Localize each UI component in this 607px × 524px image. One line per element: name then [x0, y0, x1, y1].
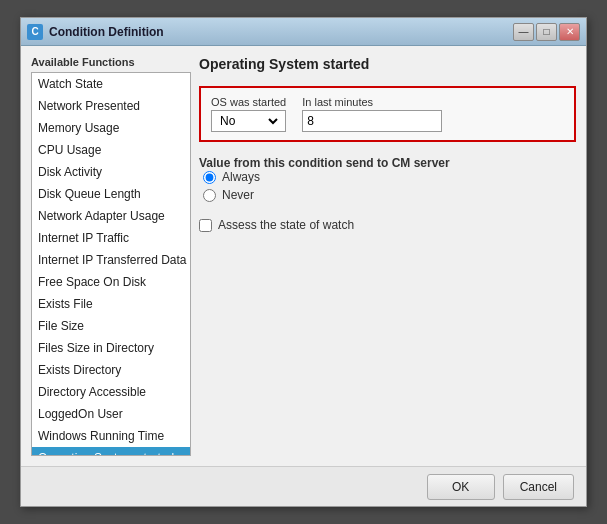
list-item-disk-queue-length[interactable]: Disk Queue Length [32, 183, 190, 205]
value-section: Value from this condition send to CM ser… [199, 152, 576, 202]
available-functions-label: Available Functions [31, 56, 191, 68]
list-item-files-size-in-directory[interactable]: Files Size in Directory [32, 337, 190, 359]
maximize-button[interactable]: □ [536, 23, 557, 41]
in-last-minutes-input[interactable] [302, 110, 442, 132]
title-bar-buttons: — □ ✕ [513, 23, 580, 41]
list-item-exists-file[interactable]: Exists File [32, 293, 190, 315]
list-item-exists-directory[interactable]: Exists Directory [32, 359, 190, 381]
functions-list[interactable]: Watch StateNetwork PresentedMemory Usage… [31, 72, 191, 456]
in-last-minutes-label: In last minutes [302, 96, 442, 108]
list-item-memory-usage[interactable]: Memory Usage [32, 117, 190, 139]
cancel-button[interactable]: Cancel [503, 474, 574, 500]
minimize-button[interactable]: — [513, 23, 534, 41]
radio-never[interactable] [203, 189, 216, 202]
list-item-watch-state[interactable]: Watch State [32, 73, 190, 95]
radio-group: Always Never [199, 170, 576, 202]
assess-state-checkbox[interactable] [199, 219, 212, 232]
value-section-title: Value from this condition send to CM ser… [199, 156, 576, 170]
os-was-started-select[interactable]: NoYes [216, 113, 281, 129]
bottom-bar: OK Cancel [21, 466, 586, 506]
os-was-started-group: OS was started NoYes [211, 96, 286, 132]
radio-always-item[interactable]: Always [203, 170, 576, 184]
window-title: Condition Definition [49, 25, 513, 39]
title-bar: C Condition Definition — □ ✕ [21, 18, 586, 46]
list-item-directory-accessible[interactable]: Directory Accessible [32, 381, 190, 403]
radio-always[interactable] [203, 171, 216, 184]
list-item-network-presented[interactable]: Network Presented [32, 95, 190, 117]
content-area: Available Functions Watch StateNetwork P… [21, 46, 586, 466]
os-was-started-label: OS was started [211, 96, 286, 108]
list-item-file-size[interactable]: File Size [32, 315, 190, 337]
list-item-operating-system-started[interactable]: Operating System started [32, 447, 190, 456]
list-item-free-space-on-disk[interactable]: Free Space On Disk [32, 271, 190, 293]
window-icon: C [27, 24, 43, 40]
close-button[interactable]: ✕ [559, 23, 580, 41]
list-item-internet-ip-transferred[interactable]: Internet IP Transferred Data [32, 249, 190, 271]
list-item-network-adapter-usage[interactable]: Network Adapter Usage [32, 205, 190, 227]
os-was-started-select-wrapper[interactable]: NoYes [211, 110, 286, 132]
radio-always-label: Always [222, 170, 260, 184]
left-panel: Available Functions Watch StateNetwork P… [31, 56, 191, 456]
main-window: C Condition Definition — □ ✕ Available F… [20, 17, 587, 507]
condition-row: OS was started NoYes In last minutes [211, 96, 564, 132]
radio-never-label: Never [222, 188, 254, 202]
list-item-loggedon-user[interactable]: LoggedOn User [32, 403, 190, 425]
condition-box: OS was started NoYes In last minutes [199, 86, 576, 142]
ok-button[interactable]: OK [427, 474, 495, 500]
list-item-windows-running-time[interactable]: Windows Running Time [32, 425, 190, 447]
list-item-internet-ip-traffic[interactable]: Internet IP Traffic [32, 227, 190, 249]
radio-never-item[interactable]: Never [203, 188, 576, 202]
list-item-disk-activity[interactable]: Disk Activity [32, 161, 190, 183]
right-panel: Operating System started OS was started … [199, 56, 576, 456]
right-panel-title: Operating System started [199, 56, 576, 72]
list-item-cpu-usage[interactable]: CPU Usage [32, 139, 190, 161]
assess-state-row: Assess the state of watch [199, 218, 576, 232]
assess-state-label: Assess the state of watch [218, 218, 354, 232]
in-last-minutes-group: In last minutes [302, 96, 442, 132]
